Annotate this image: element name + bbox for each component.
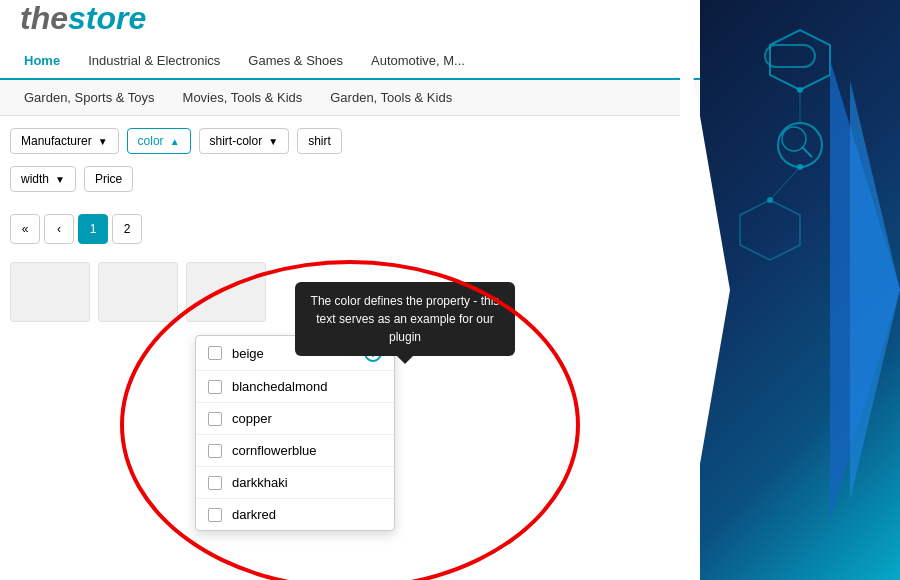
color-option-cornflowerblue[interactable]: cornflowerblue — [196, 435, 394, 467]
product-card-1[interactable] — [10, 262, 90, 322]
manufacturer-arrow: ▼ — [98, 136, 108, 147]
color-label: color — [138, 134, 164, 148]
logo: thestore — [20, 0, 146, 36]
width-label: width — [21, 172, 49, 186]
color-label-cornflowerblue: cornflowerblue — [232, 443, 317, 458]
primary-nav: Home Industrial & Electronics Games & Sh… — [0, 43, 700, 80]
logo-suffix: store — [68, 0, 146, 36]
color-option-copper[interactable]: copper — [196, 403, 394, 435]
width-arrow: ▼ — [55, 174, 65, 185]
price-filter[interactable]: Price — [84, 166, 133, 192]
pagination-prev-prev[interactable]: « — [10, 214, 40, 244]
pagination-page-1[interactable]: 1 — [78, 214, 108, 244]
nav-item-games[interactable]: Games & Shoes — [234, 43, 357, 78]
color-option-darkred[interactable]: darkred — [196, 499, 394, 530]
color-option-blanchedalmond[interactable]: blanchedalmond — [196, 371, 394, 403]
nav-item-automotive[interactable]: Automotive, M... — [357, 43, 479, 78]
pagination: « ‹ 1 2 — [0, 204, 700, 254]
filter-bar-row2: width ▼ Price — [0, 166, 700, 204]
nav-item-movies[interactable]: Movies, Tools & Kids — [169, 80, 317, 115]
shirt-label: shirt — [308, 134, 331, 148]
svg-point-9 — [767, 197, 773, 203]
logo-area: thestore — [0, 0, 700, 37]
color-label-copper: copper — [232, 411, 272, 426]
color-label-darkkhaki: darkkhaki — [232, 475, 288, 490]
manufacturer-filter[interactable]: Manufacturer ▼ — [10, 128, 119, 154]
shirt-color-filter[interactable]: shirt-color ▼ — [199, 128, 290, 154]
manufacturer-label: Manufacturer — [21, 134, 92, 148]
color-dropdown: beige i blanchedalmond copper cornflower… — [195, 335, 395, 531]
width-filter[interactable]: width ▼ — [10, 166, 76, 192]
nav-item-industrial[interactable]: Industrial & Electronics — [74, 43, 234, 78]
color-tooltip: The color defines the property - this te… — [295, 282, 515, 356]
price-label: Price — [95, 172, 122, 186]
filter-bar-row1: Manufacturer ▼ color ▲ shirt-color ▼ shi… — [0, 116, 700, 166]
logo-prefix: the — [20, 0, 68, 36]
color-option-darkkhaki[interactable]: darkkhaki — [196, 467, 394, 499]
pagination-prev[interactable]: ‹ — [44, 214, 74, 244]
product-card-2[interactable] — [98, 262, 178, 322]
nav-item-garden-tools[interactable]: Garden, Tools & Kids — [316, 80, 466, 115]
svg-marker-0 — [770, 30, 830, 90]
pagination-page-2[interactable]: 2 — [112, 214, 142, 244]
svg-point-2 — [778, 123, 822, 167]
color-checkbox-cornflowerblue[interactable] — [208, 444, 222, 458]
nav-item-home[interactable]: Home — [10, 43, 74, 80]
shirt-filter[interactable]: shirt — [297, 128, 342, 154]
color-checkbox-beige[interactable] — [208, 346, 222, 360]
svg-rect-1 — [765, 45, 815, 67]
color-label-darkred: darkred — [232, 507, 276, 522]
separator-chevron — [680, 0, 730, 580]
tooltip-text: The color defines the property - this te… — [311, 294, 500, 344]
svg-marker-5 — [740, 200, 800, 260]
color-checkbox-darkred[interactable] — [208, 508, 222, 522]
secondary-nav: Garden, Sports & Toys Movies, Tools & Ki… — [0, 80, 700, 116]
color-filter[interactable]: color ▲ — [127, 128, 191, 154]
svg-line-4 — [802, 147, 812, 157]
blue-arrow-inner — [850, 80, 900, 500]
nav-item-garden-sports[interactable]: Garden, Sports & Toys — [10, 80, 169, 115]
product-card-3[interactable] — [186, 262, 266, 322]
color-checkbox-blanchedalmond[interactable] — [208, 380, 222, 394]
color-arrow: ▲ — [170, 136, 180, 147]
color-checkbox-darkkhaki[interactable] — [208, 476, 222, 490]
color-label-beige: beige — [232, 346, 264, 361]
shirt-color-arrow: ▼ — [268, 136, 278, 147]
svg-point-10 — [797, 164, 803, 170]
color-label-blanchedalmond: blanchedalmond — [232, 379, 327, 394]
svg-point-8 — [797, 87, 803, 93]
color-checkbox-copper[interactable] — [208, 412, 222, 426]
shirt-color-label: shirt-color — [210, 134, 263, 148]
svg-line-7 — [770, 167, 800, 200]
